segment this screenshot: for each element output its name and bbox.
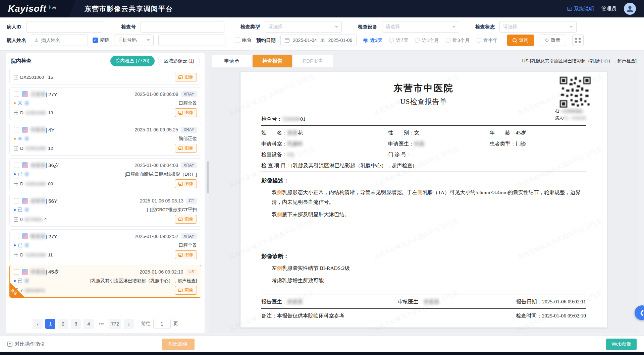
main-content: 院内检查 院内检查 (7720) 区域影像云 (1) DX250106015 图… <box>0 51 644 336</box>
chevron-down-icon <box>335 26 338 28</box>
system-help-link[interactable]: 系统说明 <box>567 6 594 12</box>
date-range-picker[interactable]: 2025-01-04 至 2025-01-06 <box>280 35 357 46</box>
compare-images-button[interactable]: 对比影像 <box>162 339 195 350</box>
report-description-body: 双侧乳腺形态大小正常，内结构清晰，导管未见明显增宽。于左侧乳腺（1A）可见大小约… <box>261 184 586 219</box>
report-tab[interactable]: 检查报告 <box>253 55 292 67</box>
patient-name: 张某某 | 36岁 <box>31 162 59 169</box>
date-separator: 至 <box>320 37 325 43</box>
exact-checkbox[interactable]: ✓ <box>93 38 98 43</box>
user-avatar[interactable] <box>624 3 636 15</box>
patient-thumbnail <box>22 162 28 168</box>
exam-checkbox[interactable] <box>14 269 19 275</box>
image-button[interactable]: 图像 <box>175 144 197 153</box>
exam-card[interactable]: 赵某某 | 56Y 2025-01-06 09:03:13 CT 已读 口腔CB… <box>9 194 201 227</box>
exam-checkbox[interactable] <box>14 92 19 97</box>
search-button[interactable]: 查询 <box>507 35 534 46</box>
read-status: 已读 <box>14 278 29 284</box>
page-button[interactable]: 4 <box>84 319 94 329</box>
layout-tool-button[interactable] <box>572 35 584 46</box>
image-button[interactable]: 图像 <box>175 286 197 295</box>
radio-icon <box>363 38 368 43</box>
status-dot <box>14 173 16 175</box>
reset-button[interactable]: ⟲重置 <box>539 35 566 46</box>
field-age: 年 龄：45岁 <box>490 127 586 138</box>
patient-id-input[interactable] <box>26 21 103 33</box>
patient-name-input[interactable] <box>31 35 88 46</box>
exam-card[interactable]: 张某某 | 36岁 2025-01-06 09:04:03 XRAY 已读 [口… <box>9 158 201 191</box>
status-dot <box>14 280 16 282</box>
tab-internal-exams[interactable]: 院内检查 (7720) <box>110 56 155 66</box>
image-button[interactable]: 图像 <box>175 73 197 81</box>
read-status: 已读 <box>14 171 29 177</box>
guide-icon <box>7 342 12 347</box>
page-button[interactable]: 1 <box>45 319 55 329</box>
picture-icon <box>178 111 183 115</box>
field-outpatient-no: 门 诊 号： <box>388 149 490 160</box>
prev-page-button[interactable]: ‹ <box>33 319 43 329</box>
image-button[interactable]: 图像 <box>175 108 197 117</box>
quick-range-option[interactable]: 近3个月 <box>446 37 470 44</box>
patient-thumbnail <box>22 269 28 275</box>
review-doctor: 审核医生：史某某 <box>398 298 495 305</box>
phone-input[interactable] <box>158 35 225 46</box>
quick-range-option[interactable]: 近7天 <box>389 37 408 44</box>
exam-checkbox[interactable] <box>14 234 19 239</box>
read-status: 未读 <box>14 136 29 142</box>
exam-checkbox[interactable] <box>14 163 19 168</box>
goto-page-input[interactable] <box>153 319 171 329</box>
read-status: 已读 <box>14 242 29 248</box>
page-button[interactable]: 3 <box>71 319 81 329</box>
quick-range-option[interactable]: 近3天 <box>363 37 382 44</box>
bottom-bar: 对比操作指引 对比影像 Web图像 <box>0 336 644 352</box>
picture-icon <box>178 146 183 150</box>
exam-time: 2025-01-06 09:02:10 <box>140 269 183 275</box>
pagination-ellipsis: ••• <box>96 319 106 329</box>
description-paragraph: 双侧腋下未探及明显肿大淋巴结。 <box>261 210 586 220</box>
quick-range-option[interactable]: 近半年 <box>477 37 498 44</box>
exam-type-select[interactable]: 请选择 <box>265 21 342 33</box>
diagnosis-block: 影像诊断： 左侧乳腺囊实性结节 BI-RADS:2级考虑乳腺增生所致可能 <box>261 248 586 285</box>
report-date: 报告日期：2025-01-06 09:02:11 <box>516 298 586 305</box>
exam-card[interactable]: 陈某某 | 27Y 2025-01-06 09:02:52 XRAY 已读 口腔… <box>9 229 201 262</box>
report-tab[interactable]: PDF报告 <box>293 55 333 67</box>
exam-card[interactable]: 王某某 | 27Y 2025-01-06 09:06:09 XRAY 未读 口腔… <box>9 87 201 120</box>
search-icon <box>513 38 517 43</box>
patient-thumbnail <box>22 127 28 133</box>
exam-time: 2025-01-06 09:02:52 <box>135 234 178 239</box>
exam-card[interactable]: DX250106015 图像 <box>9 69 201 84</box>
date-end[interactable]: 2025-01-06 <box>328 38 353 43</box>
exam-no-input[interactable] <box>141 21 224 33</box>
report-tab[interactable]: 申请单 <box>212 55 252 67</box>
exam-description: [乳腺及其引流区淋巴结彩超（乳腺中心），超声检查] <box>90 278 197 284</box>
report-fields: 姓 名：某某花 性 别：女 年 龄：45岁 申请科室：乳腺科 申请医生：刘某 患… <box>261 126 586 172</box>
web-image-button[interactable]: Web图像 <box>606 339 637 350</box>
exam-device-select[interactable]: 请选择 <box>382 21 459 33</box>
image-button[interactable]: 图像 <box>175 250 197 259</box>
qr-code <box>560 77 591 108</box>
patient-name: 宋某花 | 45岁 <box>31 269 59 275</box>
date-start[interactable]: 2025-01-04 <box>293 38 317 43</box>
exam-checkbox[interactable] <box>14 198 19 203</box>
exam-number: DX250106011 <box>14 252 53 257</box>
exam-card[interactable]: 宋某花 | 45岁 2025-01-06 09:02:10 US 已读 [乳腺及… <box>9 265 201 298</box>
report-diagnosis-body: 左侧乳腺囊实性结节 BI-RADS:2级考虑乳腺增生所致可能 <box>261 263 586 285</box>
page-button[interactable]: 772 <box>109 319 121 329</box>
tab-regional-cloud[interactable]: 区域影像云 (1) <box>158 56 200 66</box>
exam-number: 725010670 <box>14 288 47 293</box>
exam-status-select[interactable]: 请选择 <box>499 21 577 33</box>
patient-name-label: 病人姓名 <box>7 37 26 44</box>
exam-time: 检查时间：2025-01-06 09:02:10 <box>516 312 586 319</box>
exam-card[interactable]: 刘某某 | 4Y 2025-01-06 09:05:25 XRAY 未读 胸部正… <box>9 123 201 156</box>
exam-checkbox[interactable] <box>14 127 19 132</box>
phone-type-select[interactable]: 手机号码 <box>114 35 154 46</box>
image-button[interactable]: 图像 <box>175 179 197 188</box>
compare-guide-link[interactable]: 对比操作指引 <box>7 341 45 347</box>
next-page-button[interactable]: › <box>124 319 134 329</box>
accession-icon <box>14 253 18 257</box>
page-button[interactable]: 2 <box>58 319 68 329</box>
combo-checkbox[interactable] <box>235 38 240 43</box>
quick-range-option[interactable]: 近1个月 <box>415 37 439 44</box>
image-button[interactable]: 图像 <box>175 215 197 224</box>
accession-icon <box>14 111 18 115</box>
exam-description: 胸部正位 <box>179 136 197 142</box>
